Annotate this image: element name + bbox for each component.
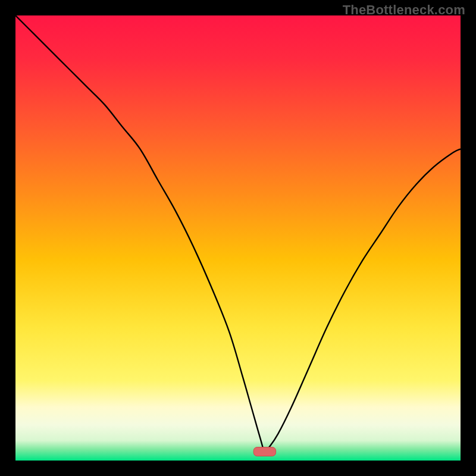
- watermark-text: TheBottleneck.com: [343, 2, 465, 18]
- optimal-marker: [253, 447, 275, 456]
- bottleneck-chart: [15, 15, 461, 461]
- plot-area: [15, 15, 461, 461]
- chart-frame: TheBottleneck.com: [0, 0, 476, 476]
